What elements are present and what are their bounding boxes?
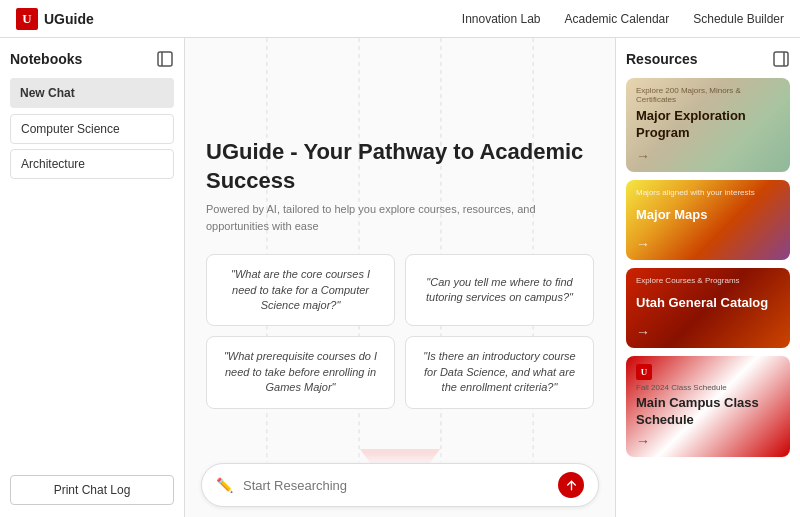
search-input[interactable] bbox=[243, 478, 548, 493]
center-inner: UGuide - Your Pathway to Academic Succes… bbox=[190, 38, 610, 517]
card-arrow-1: → bbox=[636, 148, 780, 164]
suggestion-text-3: "Is there an introductory course for Dat… bbox=[418, 349, 581, 395]
card-arrow-2: → bbox=[636, 236, 780, 252]
main-layout: Notebooks New Chat Computer Science Arch… bbox=[0, 38, 800, 517]
sidebar-item-cs[interactable]: Computer Science bbox=[10, 114, 174, 144]
suggestion-text-2: "What prerequisite courses do I need to … bbox=[219, 349, 382, 395]
center-content: UGuide - Your Pathway to Academic Succes… bbox=[185, 38, 615, 517]
svg-rect-6 bbox=[774, 52, 788, 66]
suggestion-text-0: "What are the core courses I need to tak… bbox=[219, 267, 382, 313]
nav-schedule-builder[interactable]: Schedule Builder bbox=[693, 12, 784, 26]
card-arrow-4: → bbox=[636, 433, 780, 449]
suggestion-text-1: "Can you tell me where to find tutoring … bbox=[418, 275, 581, 306]
sidebar-footer: Print Chat Log bbox=[10, 475, 174, 505]
print-chat-log-button[interactable]: Print Chat Log bbox=[10, 475, 174, 505]
card-inner-3: Explore Courses & Programs Utah General … bbox=[626, 268, 790, 348]
sidebar-title: Notebooks bbox=[10, 51, 82, 67]
schedule-card-logo: U bbox=[636, 364, 652, 380]
hero-subtitle: Powered by AI, tailored to help you expl… bbox=[206, 201, 594, 234]
layout-icon[interactable] bbox=[156, 50, 174, 68]
suggestion-card-0[interactable]: "What are the core courses I need to tak… bbox=[206, 254, 395, 326]
sidebar: Notebooks New Chat Computer Science Arch… bbox=[0, 38, 185, 517]
card-arrow-3: → bbox=[636, 324, 780, 340]
suggestion-card-1[interactable]: "Can you tell me where to find tutoring … bbox=[405, 254, 594, 326]
sidebar-header: Notebooks bbox=[10, 50, 174, 68]
resource-card-catalog[interactable]: Explore Courses & Programs Utah General … bbox=[626, 268, 790, 348]
app-title: UGuide bbox=[44, 11, 94, 27]
resource-card-major-maps[interactable]: Majors aligned with your interests Major… bbox=[626, 180, 790, 260]
sidebar-item-arch[interactable]: Architecture bbox=[10, 149, 174, 179]
resources-panel: Resources Explore 200 Majors, Minors & C… bbox=[615, 38, 800, 517]
nav-academic-calendar[interactable]: Academic Calendar bbox=[565, 12, 670, 26]
resources-layout-icon[interactable] bbox=[772, 50, 790, 68]
hero-title: UGuide - Your Pathway to Academic Succes… bbox=[206, 138, 594, 195]
card-title-3: Utah General Catalog bbox=[636, 295, 780, 312]
card-eyebrow-1: Explore 200 Majors, Minors & Certificate… bbox=[636, 86, 780, 104]
card-inner-4: U Fall 2024 Class Schedule Main Campus C… bbox=[626, 356, 790, 457]
input-bar[interactable]: ✏️ bbox=[201, 463, 599, 507]
card-inner-1: Explore 200 Majors, Minors & Certificate… bbox=[626, 78, 790, 172]
send-button[interactable] bbox=[558, 472, 584, 498]
header: U UGuide Innovation Lab Academic Calenda… bbox=[0, 0, 800, 38]
new-chat-button[interactable]: New Chat bbox=[10, 78, 174, 108]
logo[interactable]: U UGuide bbox=[16, 8, 94, 30]
hero-section: UGuide - Your Pathway to Academic Succes… bbox=[206, 138, 594, 234]
edit-icon: ✏️ bbox=[216, 477, 233, 493]
card-inner-2: Majors aligned with your interests Major… bbox=[626, 180, 790, 260]
card-eyebrow-4: Fall 2024 Class Schedule bbox=[636, 383, 780, 392]
resources-header: Resources bbox=[626, 50, 790, 68]
send-icon bbox=[565, 479, 578, 492]
resource-card-class-schedule[interactable]: U Fall 2024 Class Schedule Main Campus C… bbox=[626, 356, 790, 457]
logo-u-icon: U bbox=[16, 8, 38, 30]
suggestion-card-2[interactable]: "What prerequisite courses do I need to … bbox=[206, 336, 395, 408]
card-title-2: Major Maps bbox=[636, 207, 780, 224]
card-eyebrow-2: Majors aligned with your interests bbox=[636, 188, 780, 197]
resources-title: Resources bbox=[626, 51, 698, 67]
svg-rect-0 bbox=[158, 52, 172, 66]
card-title-1: Major Exploration Program bbox=[636, 108, 780, 142]
header-nav: Innovation Lab Academic Calendar Schedul… bbox=[462, 12, 784, 26]
suggestion-card-3[interactable]: "Is there an introductory course for Dat… bbox=[405, 336, 594, 408]
card-title-4: Main Campus Class Schedule bbox=[636, 395, 780, 429]
input-bar-container: ✏️ bbox=[185, 453, 615, 517]
nav-innovation-lab[interactable]: Innovation Lab bbox=[462, 12, 541, 26]
card-eyebrow-3: Explore Courses & Programs bbox=[636, 276, 780, 285]
resource-card-major-exploration[interactable]: Explore 200 Majors, Minors & Certificate… bbox=[626, 78, 790, 172]
suggestion-grid: "What are the core courses I need to tak… bbox=[206, 254, 594, 408]
